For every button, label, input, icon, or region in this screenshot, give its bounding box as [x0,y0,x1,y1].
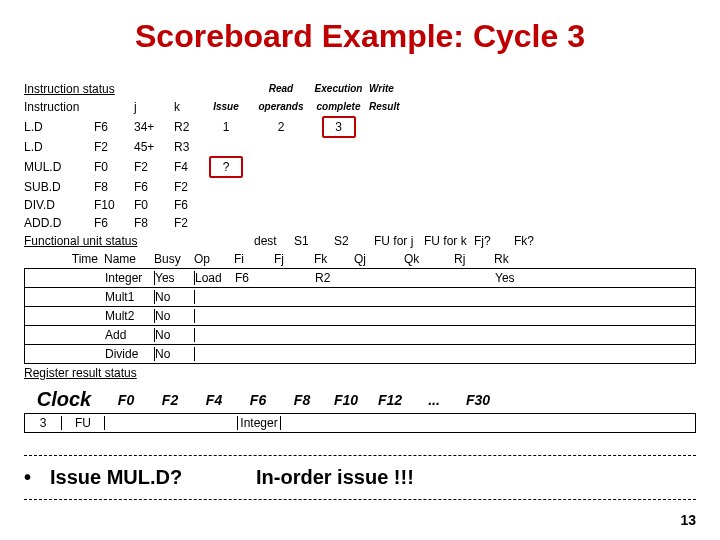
slide-number: 13 [680,512,696,528]
fu-row: Mult2No [24,307,696,326]
col-read2: operands [254,98,314,116]
fu-row: IntegerYesLoadF6R2Yes [24,269,696,288]
col-name: Name [104,250,154,268]
fu-label: FU [61,416,105,430]
col-qk: Qk [404,250,454,268]
instr-row: L.DF634+R2123 [24,116,696,138]
reg-dots: ... [412,392,456,408]
col-fk: Fk [314,250,354,268]
col-busy: Busy [154,250,194,268]
fu-row: AddNo [24,326,696,345]
instr-row: MUL.DF0F2F4? [24,156,696,178]
col-fkq: Fk? [514,232,554,250]
fu-row: Mult1No [24,288,696,307]
reg-f10: F10 [324,392,368,408]
col-exec2: complete [314,98,369,116]
col-k: k [174,98,204,116]
bullet-mark: • [24,466,44,489]
col-write: Write [369,80,414,98]
bullet-question: Issue MUL.D? [50,466,250,489]
reg-f6: F6 [236,392,280,408]
instr-row: L.DF245+R3 [24,138,696,156]
col-fuk: FU for k [424,232,474,250]
clock-label: Clock [24,388,104,411]
col-fj: Fj [274,250,314,268]
slide-title: Scoreboard Example: Cycle 3 [0,0,720,55]
col-rj: Rj [454,250,494,268]
col-s1: S1 [294,232,334,250]
col-exec: Execution [314,80,369,98]
bullet-answer: In-order issue !!! [256,466,414,489]
col-write2: Result [369,98,414,116]
reg-f12: F12 [368,392,412,408]
col-fjq: Fj? [474,232,514,250]
instr-row: ADD.DF6F8F2 [24,214,696,232]
col-issue: Issue [204,98,254,116]
reg-status-header: Register result status [24,364,204,382]
col-rk: Rk [494,250,534,268]
col-s2: S2 [334,232,374,250]
col-qj: Qj [354,250,404,268]
fu-rows: IntegerYesLoadF6R2YesMult1NoMult2NoAddNo… [24,268,696,364]
reg-f0: F0 [104,392,148,408]
col-fuj: FU for j [374,232,424,250]
col-fi: Fi [234,250,274,268]
col-instruction: Instruction [24,98,94,116]
clock-value: 3 [25,416,61,430]
reg-f2: F2 [148,392,192,408]
instruction-rows: L.DF634+R2123L.DF245+R3MUL.DF0F2F4?SUB.D… [24,116,696,232]
fu-row: DivideNo [24,345,696,364]
col-j: j [134,98,174,116]
bullet-note: • Issue MUL.D? In-order issue !!! [24,455,696,500]
content-area: Instruction status Read Execution Write … [24,80,696,500]
col-read: Read [254,80,314,98]
reg-f8: F8 [280,392,324,408]
instr-row: SUB.DF8F6F2 [24,178,696,196]
reg-f30: F30 [456,392,500,408]
reg-val-3: Integer [237,416,281,430]
reg-f4: F4 [192,392,236,408]
fu-status-header: Functional unit status [24,232,204,250]
instr-row: DIV.DF10F0F6 [24,196,696,214]
instr-status-header: Instruction status [24,80,204,98]
col-time: Time [24,250,104,268]
col-op: Op [194,250,234,268]
col-dest: dest [254,232,294,250]
